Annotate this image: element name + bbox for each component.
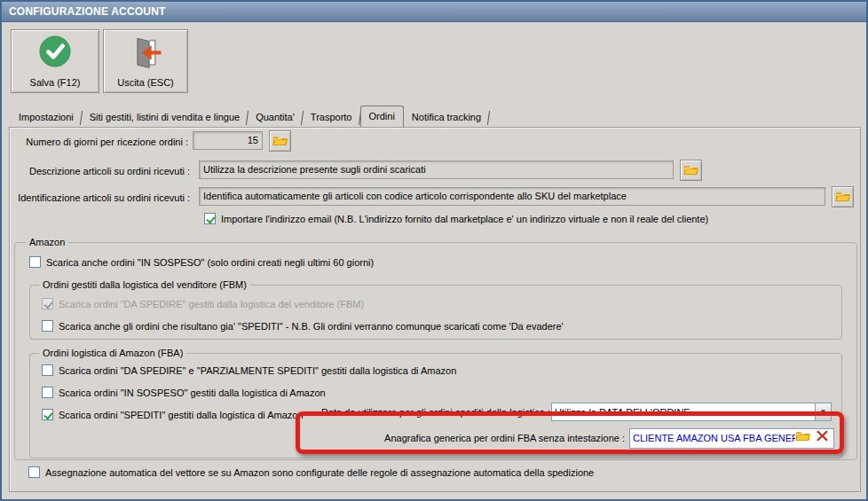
tab-siti-gestiti[interactable]: Siti gestiti, listini di vendita e lingu… bbox=[82, 108, 248, 127]
assegnazione-row: Assegnazione automatica del vettore se s… bbox=[28, 466, 594, 478]
descrizione-folder-button[interactable] bbox=[680, 160, 702, 181]
chevron-down-icon: ▼ bbox=[820, 408, 827, 416]
tab-impostazioni[interactable]: Impostazioni bbox=[11, 108, 82, 127]
import-email-checkbox[interactable] bbox=[204, 213, 216, 224]
amazon-in-sospeso-label: Scarica anche ordini "IN SOSPESO" (solo … bbox=[46, 257, 374, 268]
identificazione-field[interactable]: Identifica automaticamente gli articoli … bbox=[199, 187, 825, 206]
giorni-label: Numero di giorni per ricezione ordini : bbox=[2, 136, 188, 148]
import-email-row: Importare l'indirizzo email (N.B. L'indi… bbox=[204, 213, 708, 224]
fba-group: Ordini logistica di Amazon (FBA) Scarica… bbox=[29, 353, 842, 458]
amazon-in-sospeso-checkbox[interactable] bbox=[29, 256, 41, 268]
fba-da-spedire-row: Scarica ordini "DA SPEDIRE" e "PARZIALME… bbox=[42, 364, 456, 376]
anagrafica-label: Anagrafica generica per ordini FBA senza… bbox=[323, 432, 625, 444]
tab-ordini[interactable]: Ordini bbox=[360, 106, 404, 127]
anagrafica-value: CLIENTE AMAZON USA FBA GENERICO bbox=[633, 430, 795, 447]
tab-strip: Impostazioni Siti gestiti, listini di ve… bbox=[11, 108, 489, 127]
anagrafica-field[interactable]: CLIENTE AMAZON USA FBA GENERICO bbox=[629, 428, 834, 449]
identificazione-folder-button[interactable] bbox=[832, 186, 854, 207]
fbm-gia-spediti-row: Scarica anche gli ordini che risultano g… bbox=[42, 320, 564, 332]
save-check-icon bbox=[38, 35, 72, 70]
anagrafica-clear-icon[interactable] bbox=[816, 429, 829, 448]
fba-da-spedire-label: Scarica ordini "DA SPEDIRE" e "PARZIALME… bbox=[59, 365, 456, 376]
amazon-in-sospeso-row: Scarica anche ordini "IN SOSPESO" (solo … bbox=[29, 256, 374, 268]
amazon-group-title: Amazon bbox=[26, 236, 68, 248]
fbm-da-spedire-row: Scarica ordini "DA SPEDIRE" gestiti dall… bbox=[42, 298, 364, 309]
fbm-da-spedire-checkbox bbox=[42, 298, 53, 309]
anagrafica-folder-icon[interactable] bbox=[795, 430, 810, 447]
fba-in-sospeso-checkbox[interactable] bbox=[42, 387, 53, 398]
configurazione-account-dialog: CONFIGURAZIONE ACCOUNT Salva (F12) Uscit… bbox=[0, 0, 868, 501]
assegnazione-checkbox[interactable] bbox=[28, 466, 40, 478]
window-title: CONFIGURAZIONE ACCOUNT bbox=[9, 5, 166, 18]
identificazione-label: Identificazione articoli su ordini ricev… bbox=[2, 192, 190, 204]
descrizione-field[interactable]: Utilizza la descrizione presente sugli o… bbox=[199, 160, 674, 179]
fbm-da-spedire-label: Scarica ordini "DA SPEDIRE" gestiti dall… bbox=[59, 299, 364, 309]
data-logistica-value: Utilizza la DATA DELL'ORDINE bbox=[552, 407, 815, 418]
descrizione-label: Descrizione articoli su ordini ricevuti … bbox=[2, 165, 190, 177]
title-bar: CONFIGURAZIONE ACCOUNT bbox=[2, 2, 866, 22]
exit-button-label: Uscita (ESC) bbox=[117, 77, 174, 88]
fba-in-sospeso-row: Scarica ordini "IN SOSPESO" gestiti dall… bbox=[42, 387, 326, 398]
import-email-label: Importare l'indirizzo email (N.B. L'indi… bbox=[221, 214, 708, 224]
tab-trasporto[interactable]: Trasporto bbox=[303, 108, 360, 127]
save-button-label: Salva (F12) bbox=[30, 77, 81, 88]
fba-spediti-checkbox[interactable] bbox=[42, 409, 53, 420]
giorni-folder-button[interactable] bbox=[269, 130, 291, 152]
fba-da-spedire-checkbox[interactable] bbox=[42, 364, 53, 376]
save-button[interactable]: Salva (F12) bbox=[11, 29, 99, 93]
fba-group-title: Ordini logistica di Amazon (FBA) bbox=[39, 347, 186, 359]
folder-icon bbox=[835, 191, 850, 204]
exit-button[interactable]: Uscita (ESC) bbox=[103, 29, 188, 93]
assegnazione-label: Assegnazione automatica del vettore se s… bbox=[45, 467, 594, 478]
exit-door-icon bbox=[128, 35, 163, 72]
data-logistica-combo[interactable]: Utilizza la DATA DELL'ORDINE ▼ bbox=[551, 403, 832, 421]
tab-notifica-tracking[interactable]: Notifica tracking bbox=[404, 108, 489, 127]
tab-quantita[interactable]: Quantita' bbox=[248, 108, 303, 127]
amazon-group: Amazon Scarica anche ordini "IN SOSPESO"… bbox=[14, 242, 857, 460]
fbm-gia-spediti-label: Scarica anche gli ordini che risultano g… bbox=[59, 321, 564, 332]
giorni-input[interactable]: 15 bbox=[193, 131, 263, 150]
folder-icon bbox=[683, 164, 698, 177]
fbm-group-title: Ordini gestiti dalla logistica del vendi… bbox=[39, 278, 250, 291]
folder-icon bbox=[272, 135, 288, 148]
fba-in-sospeso-label: Scarica ordini "IN SOSPESO" gestiti dall… bbox=[59, 387, 326, 398]
data-logistica-label: Data da utilizzare per gli ordini spedit… bbox=[252, 406, 550, 419]
fbm-group: Ordini gestiti dalla logistica del vendi… bbox=[29, 285, 842, 340]
fbm-gia-spediti-checkbox[interactable] bbox=[42, 320, 53, 332]
combo-dropdown-button[interactable]: ▼ bbox=[815, 403, 831, 420]
